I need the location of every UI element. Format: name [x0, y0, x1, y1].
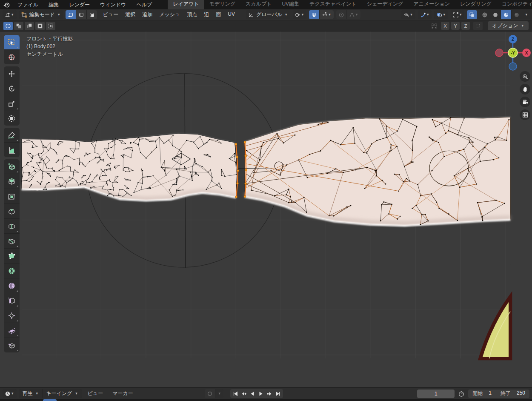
tool-annotate[interactable] — [4, 128, 20, 142]
transform-orientation[interactable]: グローバル ▾ — [246, 10, 290, 19]
timeline-view-menu[interactable]: ビュー — [84, 388, 107, 399]
mirror-z-button[interactable]: Z — [461, 22, 470, 30]
viewport-menu-item[interactable]: 追加 — [139, 9, 156, 20]
tool-smooth[interactable] — [4, 278, 20, 293]
pivot-point-selector[interactable]: ▾ — [293, 10, 307, 19]
topbar-menu-item[interactable]: ウィンドウ — [95, 0, 131, 10]
workspace-tab[interactable]: テクスチャペイント — [304, 0, 362, 9]
workspace-tab[interactable]: スカルプト — [240, 0, 277, 9]
face-select-button[interactable] — [86, 10, 97, 19]
workspace-tab[interactable]: アニメーション — [408, 0, 455, 9]
tool-extrude-region[interactable] — [4, 174, 20, 189]
topbar-menu-item[interactable]: レンダー — [64, 0, 94, 10]
tool-move[interactable] — [4, 66, 20, 81]
tool-shrink-fatten[interactable] — [4, 308, 20, 323]
auto-key-button[interactable] — [205, 389, 215, 398]
shading-rendered-button[interactable] — [511, 10, 522, 19]
vertex-select-button[interactable] — [66, 10, 76, 19]
viewport-ortho-button[interactable] — [520, 109, 530, 120]
proportional-falloff-button[interactable]: ▾ — [346, 10, 361, 19]
3d-viewport[interactable]: フロント・平行投影 (1) Body.002 センチメートル — [0, 32, 532, 387]
timeline-editor-selector[interactable]: ▾ — [3, 389, 17, 398]
tool-rip-region[interactable] — [4, 338, 20, 352]
viewport-zoom-button[interactable] — [520, 71, 530, 82]
mirror-y-button[interactable]: Y — [451, 22, 460, 30]
select-mode-set-button[interactable] — [3, 22, 13, 30]
topbar-menu-item[interactable]: ヘルプ — [132, 0, 157, 10]
playback-dropdown[interactable]: 再生 ▾ キーイング ▾ — [19, 389, 82, 398]
gizmo-options-group[interactable]: ▾ — [451, 10, 465, 19]
axis-navigation-gizmo[interactable]: Z X -Y — [494, 34, 532, 72]
current-frame-field[interactable]: 1 — [417, 390, 455, 398]
workspace-tab[interactable]: コンポジティング — [497, 0, 532, 9]
topbar: ファイル編集レンダーウィンドウヘルプ レイアウトモデリングスカルプトUV編集テク… — [0, 0, 532, 9]
tool-poly-build[interactable] — [4, 248, 20, 263]
topbar-menu-item[interactable]: ファイル — [13, 0, 43, 10]
chevron-down-icon: ▾ — [521, 24, 524, 28]
show-overlays-group[interactable]: ▾ — [434, 10, 448, 19]
playhead-marker[interactable] — [43, 399, 57, 401]
snap-target-button[interactable]: ▾ — [319, 10, 334, 19]
shading-material-button[interactable] — [501, 10, 511, 19]
object-visibility-group[interactable]: ▾ — [401, 10, 415, 19]
tool-add-cube[interactable] — [4, 159, 20, 174]
viewport-menu-item[interactable]: 頂点 — [183, 9, 200, 20]
options-dropdown[interactable]: オプション ▾ — [488, 21, 529, 30]
tool-loop-cut[interactable] — [4, 218, 20, 233]
show-gizmos-group[interactable]: ▾ — [418, 10, 432, 19]
tool-inset-faces[interactable] — [4, 189, 20, 203]
select-mode-subtract-button[interactable] — [25, 22, 34, 30]
tool-rotate[interactable] — [4, 81, 20, 96]
jump-to-start-button[interactable] — [231, 390, 240, 398]
viewport-pan-button[interactable] — [520, 84, 530, 95]
viewport-menu-item[interactable]: 選択 — [122, 9, 139, 20]
frame-start-field[interactable]: 開始 1 — [468, 390, 496, 397]
play-reverse-button[interactable] — [248, 390, 257, 398]
select-mode-intersect-button[interactable] — [46, 22, 55, 30]
workspace-tab[interactable]: レイアウト — [168, 0, 204, 9]
tool-transform[interactable] — [4, 111, 20, 126]
snap-symmetry-button[interactable] — [473, 22, 483, 30]
shading-solid-button[interactable] — [490, 10, 501, 19]
tool-knife[interactable] — [4, 233, 20, 248]
workspace-tab[interactable]: レンダリング — [455, 0, 497, 9]
axis-z-negative[interactable] — [509, 63, 517, 70]
frame-end-field[interactable]: 終了 250 — [496, 390, 529, 397]
edge-select-button[interactable] — [76, 10, 86, 19]
prev-keyframe-button[interactable] — [240, 390, 248, 398]
tool-shear[interactable] — [4, 323, 20, 338]
viewport-menu-item[interactable]: 面 — [212, 9, 224, 20]
tool-bevel[interactable] — [4, 203, 20, 218]
workspace-tab[interactable]: UV編集 — [277, 0, 304, 9]
timeline-marker-menu[interactable]: マーカー — [109, 388, 137, 399]
workspace-tab[interactable]: シェーディング — [362, 0, 409, 9]
tool-spin[interactable] — [4, 263, 20, 278]
tool-measure[interactable] — [4, 142, 20, 157]
viewport-camera-button[interactable] — [520, 97, 530, 107]
tool-scale[interactable] — [4, 96, 20, 111]
mirror-x-button[interactable]: X — [441, 22, 449, 30]
viewport-menu-item[interactable]: ビュー — [100, 9, 122, 20]
select-mode-extend-button[interactable] — [14, 22, 23, 30]
topbar-menu-item[interactable]: 編集 — [44, 0, 63, 10]
shading-wireframe-button[interactable] — [480, 10, 490, 19]
tool-edge-slide[interactable] — [4, 293, 20, 308]
play-forward-button[interactable] — [257, 390, 265, 398]
blender-logo-icon[interactable] — [0, 2, 13, 8]
snap-toggle-button[interactable] — [309, 10, 319, 19]
workspace-tab[interactable]: モデリング — [204, 0, 240, 9]
timeline-track-strip[interactable] — [0, 399, 532, 401]
next-keyframe-button[interactable] — [265, 390, 274, 398]
viewport-menu-item[interactable]: UV — [224, 9, 238, 20]
jump-to-end-button[interactable] — [274, 390, 282, 398]
editor-type-selector[interactable]: ▾ — [3, 10, 17, 19]
xray-toggle[interactable] — [467, 10, 477, 19]
tool-select-box[interactable] — [4, 35, 20, 49]
viewport-menu-item[interactable]: 辺 — [200, 9, 212, 20]
select-mode-invert-button[interactable] — [35, 22, 45, 30]
viewport-menu-item[interactable]: メッシュ — [156, 9, 183, 20]
proportional-edit-button[interactable] — [336, 10, 346, 19]
axis-x-negative[interactable] — [495, 49, 503, 57]
tool-cursor[interactable] — [4, 49, 20, 64]
mode-selector[interactable]: 編集モード ▾ — [19, 10, 63, 19]
